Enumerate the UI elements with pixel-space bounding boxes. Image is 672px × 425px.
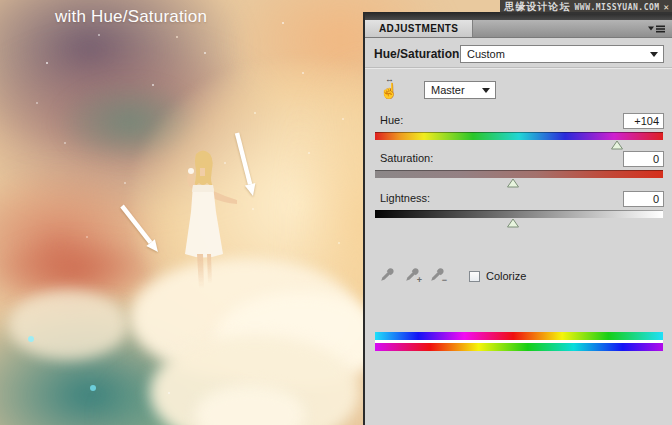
hue-thumb-row bbox=[375, 140, 663, 150]
saturation-slider-thumb[interactable] bbox=[507, 178, 520, 188]
lightness-label: Lightness: bbox=[380, 192, 430, 204]
arrow-left-cloud bbox=[122, 206, 158, 252]
lightness-slider-thumb[interactable] bbox=[507, 218, 520, 228]
eyedropper-group: + − bbox=[379, 266, 446, 283]
hue-value-input[interactable]: +104 bbox=[623, 113, 664, 129]
preset-dropdown[interactable]: Custom bbox=[460, 45, 664, 63]
spectrum-bar-before bbox=[375, 332, 663, 340]
chevron-down-icon bbox=[650, 52, 658, 57]
adjustments-panel: ADJUSTMENTS Hue/Saturation Custom ↔ bbox=[363, 12, 672, 425]
image-caption: with Hue/Saturation bbox=[55, 7, 207, 27]
arrow-right-hand bbox=[237, 133, 255, 196]
lightness-slider-track[interactable] bbox=[375, 210, 663, 218]
watermark-url-text: WWW.MISSYUAN.COM bbox=[575, 3, 660, 12]
preset-value: Custom bbox=[467, 48, 505, 60]
watermark-bar: 思缘设计论坛 WWW.MISSYUAN.COM ✕ bbox=[500, 0, 672, 14]
colorize-label: Colorize bbox=[486, 270, 526, 282]
eyedropper-minus-icon[interactable]: − bbox=[429, 266, 446, 283]
channel-dropdown[interactable]: Master bbox=[424, 81, 496, 99]
saturation-slider-track[interactable] bbox=[375, 170, 663, 178]
panel-menu-icon[interactable] bbox=[648, 24, 666, 34]
watermark-cn-text: 思缘设计论坛 bbox=[505, 0, 571, 14]
adjustment-title: Hue/Saturation bbox=[374, 47, 459, 61]
panel-content: Hue/Saturation Custom ↔ ☝ Master Hue: +1… bbox=[365, 38, 672, 425]
chevron-down-icon bbox=[482, 88, 490, 93]
hue-slider-track[interactable] bbox=[375, 132, 663, 140]
hue-label: Hue: bbox=[380, 114, 403, 126]
screenshot-root: with Hue/Saturation 思缘设计论坛 WWW.MISSYUAN.… bbox=[0, 0, 672, 425]
eyedropper-icon[interactable] bbox=[379, 266, 396, 283]
lightness-value-input[interactable]: 0 bbox=[623, 191, 664, 207]
spectrum-preview bbox=[375, 332, 663, 351]
saturation-label: Saturation: bbox=[380, 152, 433, 164]
tab-bar-empty bbox=[473, 20, 672, 37]
watermark-close-icon[interactable]: ✕ bbox=[664, 2, 669, 12]
tab-adjustments[interactable]: ADJUSTMENTS bbox=[365, 20, 473, 37]
tab-adjustments-label: ADJUSTMENTS bbox=[379, 23, 458, 34]
spectrum-bar-after bbox=[375, 343, 663, 351]
saturation-value-input[interactable]: 0 bbox=[623, 151, 664, 167]
panel-tab-bar: ADJUSTMENTS bbox=[365, 20, 672, 38]
divider bbox=[365, 67, 672, 69]
eyedropper-plus-icon[interactable]: + bbox=[404, 266, 421, 283]
lightness-thumb-row bbox=[375, 218, 663, 228]
channel-value: Master bbox=[431, 84, 465, 96]
targeted-adjustment-icon[interactable]: ↔ ☝ bbox=[377, 76, 401, 102]
colorize-checkbox[interactable] bbox=[469, 271, 480, 282]
hue-slider-thumb[interactable] bbox=[610, 140, 623, 150]
saturation-thumb-row bbox=[375, 178, 663, 188]
